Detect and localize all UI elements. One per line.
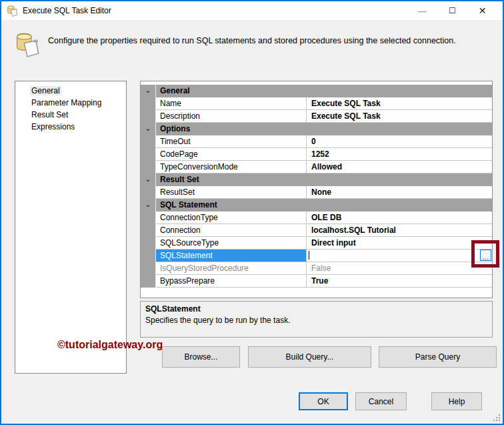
pages-list: GeneralParameter MappingResult SetExpres… [15, 81, 127, 374]
property-name: SQLStatement [156, 250, 307, 262]
property-grid: ⌄GeneralNameExecute SQL TaskDescriptionE… [140, 81, 493, 298]
property-name: ResultSet [156, 186, 307, 199]
row-gutter: ⌄ [141, 173, 156, 186]
property-description-panel: SQLStatement Specifies the query to be r… [140, 301, 493, 338]
property-value: OLE DB [307, 211, 492, 224]
property-name: ConnectionType [156, 211, 307, 224]
property-value: Direct input [307, 237, 492, 250]
category-row-general[interactable]: ⌄General [141, 85, 492, 97]
property-row-isquerystoredprocedure[interactable]: IsQueryStoredProcedureFalse [141, 262, 492, 275]
window-title: Execute SQL Task Editor [23, 6, 111, 15]
nav-item-parameter-mapping[interactable]: Parameter Mapping [15, 97, 126, 109]
property-row-sqlstatement[interactable]: SQLStatement… [141, 250, 492, 262]
property-value: localhost.SQL Tutorial [307, 224, 492, 237]
property-value: Execute SQL Task [307, 97, 492, 110]
row-gutter [141, 148, 156, 161]
property-row-typeconversionmode[interactable]: TypeConversionModeAllowed [141, 161, 492, 173]
property-row-resultset[interactable]: ResultSetNone [141, 186, 492, 199]
ok-button[interactable]: OK [299, 392, 348, 410]
cancel-button[interactable]: Cancel [355, 392, 407, 410]
row-gutter [141, 161, 156, 173]
property-name: Name [156, 97, 307, 110]
property-value: Allowed [307, 161, 492, 173]
property-row-name[interactable]: NameExecute SQL Task [141, 97, 492, 110]
nav-item-label: Result Set [30, 110, 69, 119]
property-name: Description [156, 110, 307, 123]
row-gutter [141, 211, 156, 224]
nav-item-label: General [30, 86, 61, 95]
maximize-button[interactable]: ☐ [437, 1, 467, 20]
property-name: IsQueryStoredProcedure [156, 262, 307, 275]
row-gutter: ⌄ [141, 199, 156, 211]
category-label: SQL Statement [156, 199, 491, 211]
chevron-down-icon: ⌄ [145, 201, 151, 207]
row-gutter [141, 262, 156, 275]
category-row-result-set[interactable]: ⌄Result Set [141, 173, 492, 186]
property-value: None [307, 186, 492, 199]
chevron-down-icon: ⌄ [145, 175, 151, 182]
build-query-button[interactable]: Build Query... [248, 346, 371, 368]
nav-item-label: Parameter Mapping [30, 98, 103, 107]
minimize-button[interactable]: — [407, 1, 437, 20]
nav-item-label: Expressions [30, 122, 76, 131]
dialog-description: Configure the properties required to run… [48, 36, 488, 45]
sql-task-icon [7, 5, 18, 17]
property-row-connectiontype[interactable]: ConnectionTypeOLE DB [141, 211, 492, 224]
property-value: True [307, 275, 492, 288]
ellipsis-button[interactable]: … [480, 250, 491, 261]
property-name: CodePage [156, 148, 307, 161]
property-row-codepage[interactable]: CodePage1252 [141, 148, 492, 161]
category-label: Options [156, 123, 491, 135]
row-gutter: ⌄ [141, 85, 156, 97]
execute-sql-task-editor-dialog: Execute SQL Task Editor — ☐ ✕ Configure … [0, 0, 504, 425]
close-button[interactable]: ✕ [467, 1, 497, 20]
property-name: SQLSourceType [156, 237, 307, 250]
property-name: Connection [156, 224, 307, 237]
chevron-down-icon: ⌄ [145, 125, 151, 131]
parse-query-button[interactable]: Parse Query [379, 346, 497, 368]
row-gutter [141, 186, 156, 199]
resize-grip[interactable] [493, 414, 500, 421]
titlebar[interactable]: Execute SQL Task Editor — ☐ ✕ [1, 1, 503, 20]
nav-item-expressions[interactable]: Expressions [15, 121, 126, 133]
nav-item-result-set[interactable]: Result Set [15, 109, 126, 121]
browse-button[interactable]: Browse... [162, 346, 240, 368]
property-name: BypassPrepare [156, 275, 307, 288]
property-name: TimeOut [156, 135, 307, 148]
row-gutter [141, 237, 156, 250]
property-description-title: SQLStatement [145, 304, 487, 314]
property-row-timeout[interactable]: TimeOut0 [141, 135, 492, 148]
property-value: False [307, 262, 492, 275]
chevron-down-icon: ⌄ [145, 87, 151, 93]
property-row-sqlsourcetype[interactable]: SQLSourceTypeDirect input [141, 237, 492, 250]
row-gutter: ⌄ [141, 123, 156, 135]
row-gutter [141, 97, 156, 110]
property-value[interactable]: … [307, 250, 492, 262]
row-gutter [141, 135, 156, 148]
property-value: 1252 [307, 148, 492, 161]
property-row-description[interactable]: DescriptionExecute SQL Task [141, 110, 492, 123]
category-row-options[interactable]: ⌄Options [141, 123, 492, 135]
category-label: Result Set [156, 173, 491, 186]
category-label: General [156, 85, 491, 97]
help-button[interactable]: Help [431, 392, 482, 410]
property-name: TypeConversionMode [156, 161, 307, 173]
property-value: 0 [307, 135, 492, 148]
text-caret [309, 251, 309, 260]
row-gutter [141, 110, 156, 123]
row-gutter [141, 224, 156, 237]
sql-task-header-icon [15, 31, 40, 59]
row-gutter [141, 250, 156, 262]
property-row-connection[interactable]: Connectionlocalhost.SQL Tutorial [141, 224, 492, 237]
property-description-text: Specifies the query to be run by the tas… [145, 316, 487, 325]
watermark-text: ©tutorialgateway.org [57, 339, 163, 351]
property-row-bypassprepare[interactable]: BypassPrepareTrue [141, 275, 492, 288]
category-row-sql-statement[interactable]: ⌄SQL Statement [141, 199, 492, 211]
property-value: Execute SQL Task [307, 110, 492, 123]
nav-item-general[interactable]: General [15, 85, 126, 97]
row-gutter [141, 275, 156, 288]
